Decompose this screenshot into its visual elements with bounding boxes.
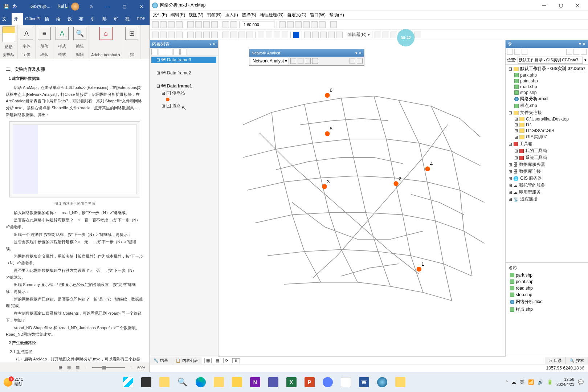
cat-file-point[interactable]: point.shp (507, 78, 587, 84)
zoom-slider[interactable] (92, 367, 125, 368)
tab-file[interactable]: 文件 (0, 13, 12, 25)
tab-pdf[interactable]: PDF工 (135, 13, 150, 25)
ed-3-icon[interactable] (391, 32, 397, 38)
undo-icon[interactable] (222, 21, 229, 28)
save-icon[interactable]: 💾 (0, 4, 12, 9)
tray-battery-icon[interactable]: 🔋 (547, 379, 553, 385)
arc-close-icon[interactable]: ✕ (569, 0, 586, 11)
location-dropdown-icon[interactable]: ▾ (584, 58, 587, 62)
preview-park[interactable]: park.shp (507, 272, 587, 278)
open-icon[interactable] (160, 21, 167, 28)
minimize-icon[interactable]: ― (99, 0, 116, 13)
more-2-icon[interactable] (312, 32, 319, 38)
cat-file-park[interactable]: park.shp (507, 72, 587, 78)
explorer-button[interactable] (157, 375, 172, 390)
tray-datetime[interactable]: 12:58 2024/4/21 (556, 377, 574, 387)
tab-draw[interactable]: 绘图 (54, 13, 66, 25)
editor-dropdown[interactable]: 编辑器(R) ▾ (347, 32, 370, 38)
identify-icon[interactable] (246, 32, 253, 38)
arc-maximize-icon[interactable]: ▢ (552, 0, 569, 11)
catalog-pin-icon[interactable]: ▾ (579, 41, 581, 46)
notes-button[interactable] (229, 375, 245, 390)
toc-close-icon[interactable]: ✕ (213, 42, 216, 46)
pan-icon[interactable] (168, 32, 175, 38)
cat-default-workdir[interactable]: ⊟默认工作目录 - GIS实训 07\Data7 (507, 65, 587, 72)
excel-button[interactable]: X (284, 375, 299, 390)
menu-insert[interactable]: 插入(I) (225, 12, 238, 18)
tab-toc[interactable]: 📋内容列表 (172, 357, 202, 364)
zoom-in-icon[interactable]: + (130, 366, 132, 370)
addlayer-icon[interactable] (330, 21, 337, 28)
zoomin-icon[interactable] (152, 32, 159, 38)
toc-dataframe2[interactable]: ⊞ 🗺Data frame2 (151, 70, 216, 76)
avatar[interactable] (71, 3, 79, 11)
save-icon[interactable] (168, 21, 175, 28)
back-icon[interactable] (203, 32, 210, 38)
cat-folder-desktop[interactable]: ⊞C:\Users\likai\Desktop (507, 116, 587, 122)
preview-point[interactable]: point.shp (507, 278, 587, 285)
cat-home-icon[interactable] (522, 49, 527, 55)
toc-bysel-icon[interactable] (173, 49, 180, 55)
menu-select[interactable]: 选择(S) (242, 12, 256, 18)
fixed-zoomin-icon[interactable] (187, 32, 194, 38)
view-read-icon[interactable]: ▤ (67, 365, 71, 370)
cat-my-toolbox[interactable]: ⊞我的工具箱 (507, 147, 587, 154)
autosave-toggle[interactable]: ⏻ (12, 4, 20, 9)
cat-file-mxd[interactable]: 网络分析.mxd (507, 95, 587, 102)
map-view[interactable]: Network Analyst▾ ✕ Network Analyst ▾ (218, 40, 505, 357)
tab-review[interactable]: 审阅 (111, 13, 123, 25)
pause-draw-icon[interactable]: ⏸ (232, 358, 240, 363)
cat-folder-connections[interactable]: ⊟文件夹连接 (507, 109, 587, 116)
paste-icon[interactable] (203, 21, 210, 28)
acrobat-icon[interactable]: ⌂ (99, 27, 113, 40)
font-icon[interactable]: A (20, 27, 33, 40)
find-icon[interactable]: 🔍 (73, 27, 86, 40)
delete-icon[interactable] (211, 21, 218, 28)
close-icon[interactable]: ✕ (133, 0, 150, 13)
cat-file-road[interactable]: road.shp (507, 84, 587, 90)
tab-view[interactable]: 视图 (123, 13, 135, 25)
cat-tracking[interactable]: ⊞ 📡 追踪连接 (507, 196, 587, 203)
select-features-icon[interactable] (222, 32, 229, 38)
taskbar-tray[interactable]: ^ ☁ 英 📶 🔊 🔋 12:58 2024/4/21 💬 (501, 377, 588, 387)
tab-search[interactable]: 🔍搜索 (566, 357, 588, 364)
cat-folder-arcgis[interactable]: ⊞D:\GIS\ArcGIS (507, 128, 587, 134)
cat-toolboxes[interactable]: ⊟工具箱 (507, 140, 587, 147)
location-input[interactable]: 默认工作目录 - GIS实训 07\Data7 (518, 57, 583, 64)
tab-design[interactable]: 设计 (65, 13, 77, 25)
onenote-button[interactable]: N (248, 375, 263, 390)
arc-minimize-icon[interactable]: ― (536, 0, 552, 11)
toc-tree[interactable]: ⊟ 🗺Data frame3 ⊞ 🗺Data frame2 ⊟ 🗺Data fr… (150, 56, 218, 357)
cut-icon[interactable] (187, 21, 194, 28)
windows-taskbar[interactable]: 1 21°C 晴朗 🔍 N X P W ^ ☁ 英 📶 🔊 🔋 12:58 20… (0, 372, 588, 392)
tab-mail[interactable]: 邮件 (100, 13, 112, 25)
menu-view[interactable]: 视图(V) (189, 12, 203, 18)
toc-icon[interactable] (287, 21, 294, 28)
view-web-icon[interactable]: ▥ (76, 365, 79, 370)
taskview-button[interactable] (139, 375, 154, 390)
menu-customize[interactable]: 自定义(C) (287, 12, 306, 18)
catalog-tree[interactable]: ⊟默认工作目录 - GIS实训 07\Data7 park.shp point.… (506, 65, 588, 262)
clear-select-icon[interactable] (230, 32, 237, 38)
cat-back-icon[interactable] (507, 49, 513, 55)
styles-icon[interactable]: A (56, 27, 69, 40)
arccatalog-button[interactable] (393, 375, 408, 390)
more-5-icon[interactable] (336, 32, 343, 38)
quark-button[interactable] (320, 375, 335, 390)
menu-file[interactable]: 文件(F) (153, 12, 167, 18)
menu-window[interactable]: 窗口(W) (310, 12, 326, 18)
paste-icon[interactable] (2, 26, 15, 42)
fixed-zoomout-icon[interactable] (195, 32, 202, 38)
arcmap-button[interactable] (375, 375, 390, 390)
cat-ready[interactable]: ⊞ ☁ 即用型服务 (507, 189, 587, 196)
catalog-close-icon[interactable]: ✕ (582, 41, 586, 46)
python-icon[interactable] (319, 21, 326, 28)
folder2-button[interactable] (211, 375, 226, 390)
tray-notifications-icon[interactable]: 💬 (578, 379, 584, 385)
catalog-icon[interactable] (295, 21, 302, 28)
toc-dataframe1[interactable]: ⊟ 🗺Data frame1 (151, 83, 216, 89)
tray-onedrive-icon[interactable]: ☁ (511, 379, 516, 385)
data-view-icon[interactable]: ▦ (204, 358, 212, 363)
ribbon-opts-icon[interactable]: ⎚ (83, 0, 99, 13)
ed-1-icon[interactable] (375, 32, 381, 38)
